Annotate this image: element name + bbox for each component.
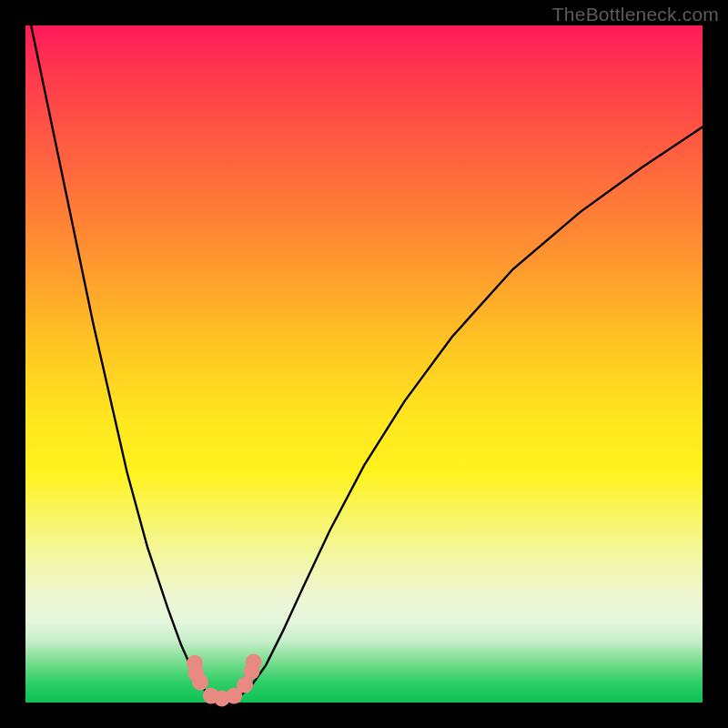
marker-dot (246, 653, 262, 670)
chart-markers (187, 653, 262, 706)
watermark-text: TheBottleneck.com (552, 4, 719, 25)
chart-curve (25, 0, 703, 703)
chart-frame: TheBottleneck.com (0, 0, 728, 728)
chart-svg (25, 25, 703, 703)
chart-plot-area (25, 25, 703, 703)
marker-dot (192, 674, 208, 691)
